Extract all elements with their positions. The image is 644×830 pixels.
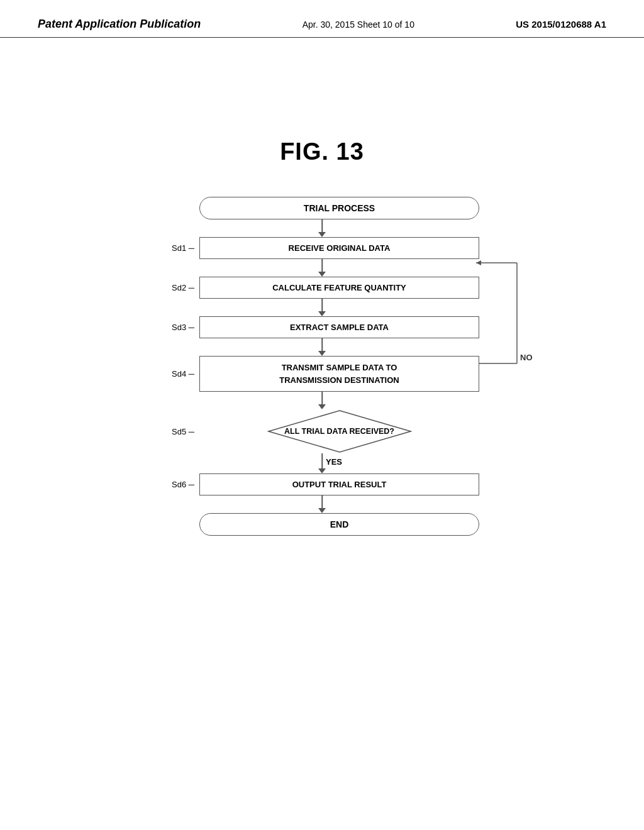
step-sd2: Sd2 ─ CALCULATE FEATURE QUANTITY <box>165 277 479 299</box>
box-all-trial-data-received: ALL TRIAL DATA RECEIVED? <box>267 409 412 453</box>
step-label-sd3: Sd3 ─ <box>165 323 199 332</box>
box-receive-original-data: RECEIVE ORIGINAL DATA <box>199 237 479 259</box>
arrow-4-wrapper: NO <box>165 338 479 356</box>
step-sd5: Sd5 ─ ALL TRIAL DATA RECEIVED? <box>165 409 479 453</box>
step-label-sd6: Sd6 ─ <box>165 480 199 489</box>
feedback-arrow-svg: NO <box>473 257 536 382</box>
step-sd1: Sd1 ─ RECEIVE ORIGINAL DATA <box>165 237 479 259</box>
arrow-5 <box>165 392 479 409</box>
step-label-sd5: Sd5 ─ <box>165 427 199 436</box>
flowchart: TRIAL PROCESS Sd1 ─ RECEIVE ORIGINAL DAT… <box>0 197 644 573</box>
arrow-6 <box>165 495 479 513</box>
step-label-sd1: Sd1 ─ <box>165 243 199 253</box>
sheet-info: Apr. 30, 2015 Sheet 10 of 10 <box>303 19 414 30</box>
box-trial-process: TRIAL PROCESS <box>199 197 479 219</box>
patent-number: US 2015/0120688 A1 <box>516 19 606 30</box>
yes-label: YES <box>326 457 342 467</box>
diamond-text: ALL TRIAL DATA RECEIVED? <box>284 426 394 436</box>
figure-title: FIG. 13 <box>0 138 644 165</box>
page-header: Patent Application Publication Apr. 30, … <box>0 0 644 38</box>
box-end: END <box>199 513 479 536</box>
arrow-3 <box>165 299 479 316</box>
box-output-trial-result: OUTPUT TRIAL RESULT <box>199 473 479 495</box>
box-transmit-sample-data: TRANSMIT SAMPLE DATA TOTRANSMISSION DEST… <box>199 356 479 392</box>
step-sd4: Sd4 ─ TRANSMIT SAMPLE DATA TOTRANSMISSIO… <box>165 356 479 392</box>
step-end: END <box>165 513 479 536</box>
arrow-1 <box>165 219 479 237</box>
yes-arrow-wrapper: YES <box>165 453 479 473</box>
box-calculate-feature-quantity: CALCULATE FEATURE QUANTITY <box>199 277 479 299</box>
svg-marker-3 <box>476 260 481 265</box>
box-extract-sample-data: EXTRACT SAMPLE DATA <box>199 316 479 338</box>
box-diamond-wrapper: ALL TRIAL DATA RECEIVED? <box>199 409 479 453</box>
step-label-sd2: Sd2 ─ <box>165 283 199 292</box>
arrow-2 <box>165 259 479 277</box>
step-sd3: Sd3 ─ EXTRACT SAMPLE DATA <box>165 316 479 338</box>
step-start: TRIAL PROCESS <box>165 197 479 219</box>
step-sd6: Sd6 ─ OUTPUT TRIAL RESULT <box>165 473 479 495</box>
publication-label: Patent Application Publication <box>38 18 201 31</box>
svg-text:NO: NO <box>520 353 533 362</box>
step-label-sd4: Sd4 ─ <box>165 369 199 379</box>
